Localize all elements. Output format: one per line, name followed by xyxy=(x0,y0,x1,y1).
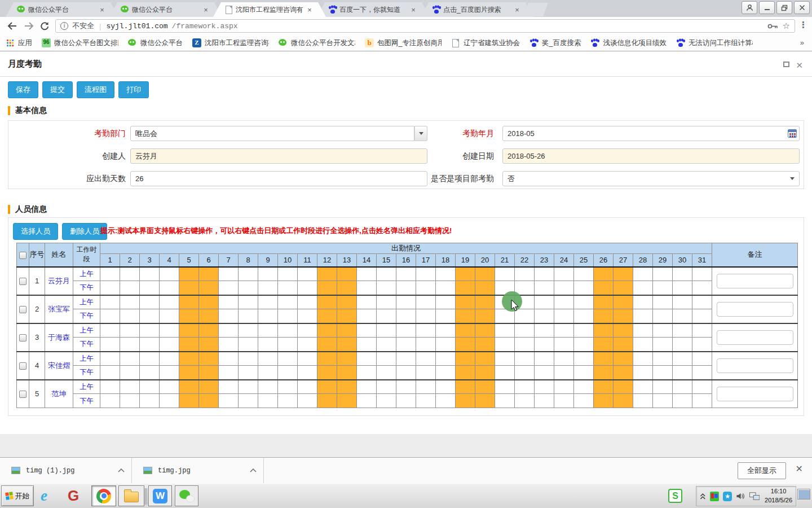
attendance-cell[interactable] xyxy=(653,394,673,408)
period-cell[interactable]: 上午 xyxy=(73,323,100,338)
attendance-cell[interactable] xyxy=(140,338,160,352)
attendance-cell[interactable] xyxy=(100,295,120,309)
attendance-cell[interactable] xyxy=(377,380,396,394)
day-header[interactable]: 5 xyxy=(179,254,199,267)
attendance-cell[interactable] xyxy=(357,366,377,380)
attendance-cell[interactable] xyxy=(614,267,633,281)
period-cell[interactable]: 上午 xyxy=(73,380,100,394)
attendance-cell[interactable] xyxy=(554,394,574,408)
network-icon[interactable] xyxy=(749,492,760,501)
attendance-cell[interactable] xyxy=(160,309,179,323)
attendance-cell[interactable] xyxy=(199,338,219,352)
attendance-cell[interactable] xyxy=(456,380,475,394)
save-button[interactable]: 保存 xyxy=(8,81,38,98)
attendance-cell[interactable] xyxy=(673,309,692,323)
attendance-cell[interactable] xyxy=(673,267,692,281)
attendance-cell[interactable] xyxy=(554,323,574,338)
attendance-cell[interactable] xyxy=(554,281,574,295)
attendance-cell[interactable] xyxy=(357,394,377,408)
attendance-cell[interactable] xyxy=(100,309,120,323)
attendance-cell[interactable] xyxy=(554,338,574,352)
attendance-cell[interactable] xyxy=(594,309,614,323)
attendance-cell[interactable] xyxy=(554,352,574,366)
attendance-cell[interactable] xyxy=(614,380,633,394)
attendance-cell[interactable] xyxy=(633,281,653,295)
attendance-cell[interactable] xyxy=(298,394,317,408)
attendance-cell[interactable] xyxy=(219,380,239,394)
attendance-cell[interactable] xyxy=(160,281,179,295)
day-header[interactable]: 26 xyxy=(594,254,614,267)
attendance-cell[interactable] xyxy=(692,380,712,394)
attendance-cell[interactable] xyxy=(179,366,199,380)
file-explorer-taskbar-button[interactable] xyxy=(118,485,144,506)
attendance-cell[interactable] xyxy=(239,366,258,380)
attendance-cell[interactable] xyxy=(199,366,219,380)
attendance-cell[interactable] xyxy=(160,323,179,338)
show-all-downloads-button[interactable]: 全部显示 xyxy=(738,462,786,479)
attendance-cell[interactable] xyxy=(416,366,436,380)
forward-icon[interactable] xyxy=(23,20,35,32)
attendance-cell[interactable] xyxy=(219,394,239,408)
attendance-cell[interactable] xyxy=(416,352,436,366)
attendance-cell[interactable] xyxy=(692,366,712,380)
attendance-cell[interactable] xyxy=(337,380,357,394)
attendance-cell[interactable] xyxy=(475,309,495,323)
day-header[interactable]: 30 xyxy=(673,254,692,267)
attendance-cell[interactable] xyxy=(317,380,337,394)
profile-icon[interactable] xyxy=(742,1,757,14)
select-people-button[interactable]: 选择人员 xyxy=(13,223,58,240)
attendance-cell[interactable] xyxy=(692,323,712,338)
attendance-cell[interactable] xyxy=(337,323,357,338)
attendance-cell[interactable] xyxy=(239,323,258,338)
attendance-cell[interactable] xyxy=(298,338,317,352)
refresh-icon[interactable] xyxy=(38,20,51,32)
person-name-link[interactable]: 张宝军 xyxy=(45,295,73,323)
attendance-cell[interactable] xyxy=(396,380,416,394)
attendance-cell[interactable] xyxy=(278,281,298,295)
attendance-cell[interactable] xyxy=(179,394,199,408)
attendance-cell[interactable] xyxy=(140,380,160,394)
attendance-cell[interactable] xyxy=(199,267,219,281)
attendance-cell[interactable] xyxy=(258,281,278,295)
person-name-link[interactable]: 云芬月 xyxy=(45,267,73,295)
attendance-cell[interactable] xyxy=(337,309,357,323)
attendance-cell[interactable] xyxy=(456,295,475,309)
attendance-cell[interactable] xyxy=(357,309,377,323)
day-header[interactable]: 9 xyxy=(258,254,278,267)
attendance-cell[interactable] xyxy=(160,267,179,281)
attendance-cell[interactable] xyxy=(317,394,337,408)
attendance-cell[interactable] xyxy=(100,352,120,366)
attendance-cell[interactable] xyxy=(594,281,614,295)
attendance-cell[interactable] xyxy=(396,338,416,352)
day-header[interactable]: 8 xyxy=(239,254,258,267)
bookmark-item[interactable]: 沈阳市工程监理咨询有 xyxy=(192,38,269,48)
browser-tab[interactable]: 微信公众平台× xyxy=(109,2,222,17)
person-name-link[interactable]: 范坤 xyxy=(45,380,73,408)
bookmark-item[interactable]: 微信公众平台开发文档 xyxy=(279,38,355,48)
attendance-cell[interactable] xyxy=(535,394,554,408)
browser-tab[interactable]: 微信公众平台× xyxy=(6,2,118,17)
security-label[interactable]: 不安全 xyxy=(72,21,94,31)
attendance-cell[interactable] xyxy=(120,338,140,352)
tray-clock[interactable]: 16:10 2018/5/26 xyxy=(765,487,792,505)
attendance-cell[interactable] xyxy=(633,338,653,352)
attendance-cell[interactable] xyxy=(535,267,554,281)
attendance-cell[interactable] xyxy=(574,323,594,338)
day-header[interactable]: 22 xyxy=(515,254,535,267)
bookmarks-overflow-icon[interactable]: » xyxy=(800,38,804,47)
attendance-cell[interactable] xyxy=(199,352,219,366)
attendance-cell[interactable] xyxy=(614,394,633,408)
attendance-cell[interactable] xyxy=(120,309,140,323)
attendance-cell[interactable] xyxy=(219,366,239,380)
attendance-cell[interactable] xyxy=(692,394,712,408)
attendance-cell[interactable] xyxy=(278,295,298,309)
attendance-cell[interactable] xyxy=(614,338,633,352)
attendance-cell[interactable] xyxy=(219,352,239,366)
attendance-cell[interactable] xyxy=(120,295,140,309)
attendance-cell[interactable] xyxy=(298,309,317,323)
attendance-cell[interactable] xyxy=(140,323,160,338)
person-name-link[interactable]: 于海森 xyxy=(45,323,73,352)
attendance-cell[interactable] xyxy=(692,267,712,281)
attendance-cell[interactable] xyxy=(298,295,317,309)
attendance-cell[interactable] xyxy=(396,309,416,323)
